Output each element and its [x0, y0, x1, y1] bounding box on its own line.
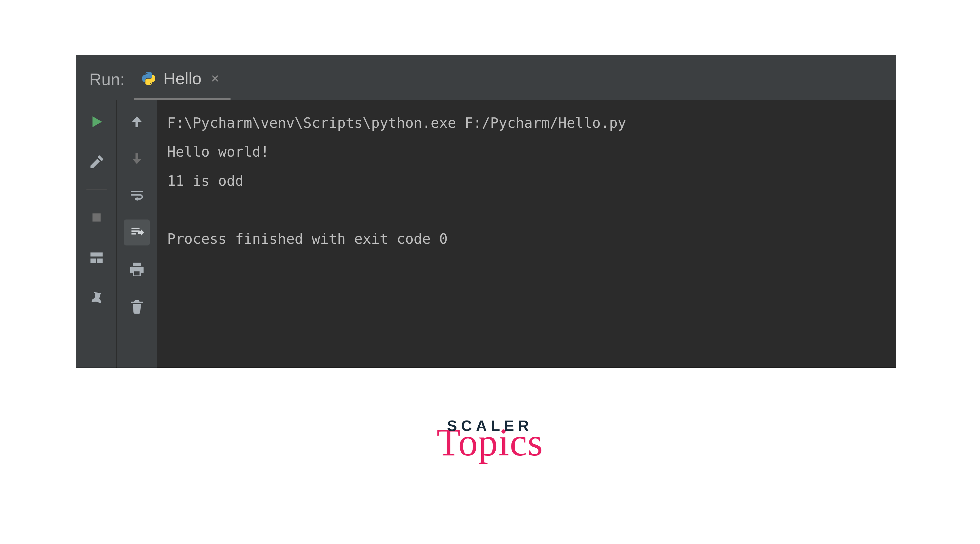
run-body: F:\Pycharm\venv\Scripts\python.exe F:/Py…	[76, 100, 896, 368]
scroll-to-end-button[interactable]	[124, 220, 150, 246]
print-button[interactable]	[124, 257, 150, 282]
run-tab-hello[interactable]: Hello ×	[134, 58, 231, 100]
window-top-border	[76, 55, 896, 58]
run-toolbar-secondary	[117, 100, 157, 368]
run-toolbar-primary	[76, 100, 117, 368]
run-tab-bar: Run: Hello ×	[76, 58, 896, 100]
run-tool-window: Run: Hello ×	[76, 55, 896, 368]
toolbar-divider	[86, 190, 107, 190]
layout-button[interactable]	[84, 245, 110, 271]
run-panel-label: Run:	[76, 70, 134, 89]
edit-config-button[interactable]	[84, 149, 110, 175]
clear-all-button[interactable]	[124, 294, 150, 319]
rerun-button[interactable]	[84, 109, 110, 135]
run-tab-label: Hello	[163, 69, 201, 88]
svg-rect-3	[97, 258, 103, 263]
up-stack-button[interactable]	[124, 109, 150, 135]
soft-wrap-button[interactable]	[124, 183, 150, 209]
down-stack-button[interactable]	[124, 146, 150, 172]
close-tab-icon[interactable]: ×	[208, 70, 219, 86]
svg-rect-1	[91, 252, 103, 257]
stop-button[interactable]	[84, 204, 110, 230]
svg-rect-2	[91, 258, 96, 263]
scaler-topics-logo: SCALER Topics	[436, 418, 543, 462]
python-file-icon	[141, 71, 156, 86]
logo-line-1: SCALER	[436, 418, 543, 433]
svg-rect-0	[92, 214, 100, 222]
console-output[interactable]: F:\Pycharm\venv\Scripts\python.exe F:/Py…	[157, 100, 896, 368]
pin-button[interactable]	[84, 285, 110, 311]
